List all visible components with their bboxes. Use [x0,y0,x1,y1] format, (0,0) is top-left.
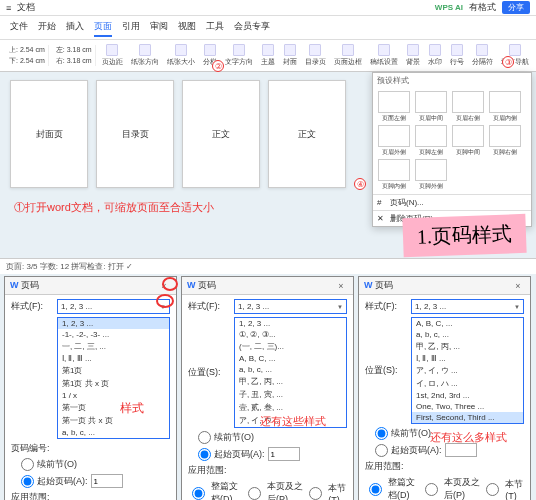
title-bar: ≡ 文档 WPS AI 有格式 分享 [0,0,536,16]
continue-radio[interactable] [198,431,211,444]
lbl-apply: 应用范围: [11,491,53,500]
anno-circle-x [162,277,178,291]
pagenum-dialog-2: W 页码× 样式(F): 1, 2, 3 ...▼ 位置(S): 1, 2, 3… [181,276,354,500]
tutorial-banner: 1.页码样式 [402,214,526,257]
style-footer-inside[interactable]: 页脚内侧 [376,159,411,191]
panel-header: 预设样式 [373,73,531,88]
rb-border[interactable]: 页面边框 [332,43,364,68]
menu-pagenum-more[interactable]: #页码(N)... [373,194,531,210]
rb-theme[interactable]: 主题 [259,43,277,68]
rb-paper[interactable]: 稿纸设置 [368,43,400,68]
anno-label-more1: 还有这些样式 [260,414,326,429]
pagenum-style-panel: 预设样式 页面左侧 页眉中间 页眉右侧 页眉内侧 页眉外侧 页脚左侧 页脚中间 … [372,72,532,227]
rb-margins[interactable]: 页边距 [100,43,125,68]
margin-left[interactable]: 左: 3.18 cm [56,45,92,55]
rb-watermark[interactable]: 水印 [426,43,444,68]
style-footer-outside[interactable]: 页脚外侧 [413,159,448,191]
rb-toc[interactable]: 目录页 [303,43,328,68]
tab-strip: 文件 开始 插入 页面 引用 审阅 视图 工具 会员专享 [0,16,536,40]
rb-size[interactable]: 纸张大小 [165,43,197,68]
startat-radio[interactable] [21,475,34,488]
share-button[interactable]: 分享 [502,1,530,14]
margin-bot[interactable]: 下: 2.54 cm [9,56,45,66]
rb-orientation[interactable]: 纸张方向 [129,43,161,68]
tab-start[interactable]: 开始 [38,18,56,37]
startat-radio[interactable] [375,444,388,457]
continue-radio[interactable] [21,458,34,471]
style-dropdown[interactable]: 1, 2, 3 ... ①, ②, ③... (一, 二, 三)... A, B… [234,317,347,428]
anno-circle-1 [156,294,174,308]
format-indicator[interactable]: 有格式 [469,1,496,14]
style-header-inside[interactable]: 页眉内侧 [487,91,522,123]
app-icon: ≡ [6,3,11,13]
pagenum-dialog-1: W 页码× 样式(F): 1, 2, 3 ...▼ 1, 2, 3 ... -1… [4,276,177,500]
continue-radio[interactable] [375,427,388,440]
style-footer-right[interactable]: 页脚右侧 [487,125,522,157]
tab-reference[interactable]: 引用 [122,18,140,37]
rb-lineno[interactable]: 行号 [448,43,466,68]
pagenum-dialog-3: W 页码× 样式(F): 1, 2, 3 ...▼ 位置(S): A, B, C… [358,276,531,500]
startat-input[interactable] [91,474,123,488]
style-dropdown[interactable]: A, B, C, ... a, b, c, ... 甲, 乙, 丙, ... Ⅰ… [411,317,524,424]
marker-4: ④ [354,178,366,190]
style-footer-left[interactable]: 页脚左侧 [413,125,448,157]
doc-name: 文档 [17,1,35,14]
anno-label-style: 样式 [120,400,144,417]
tab-view[interactable]: 视图 [178,18,196,37]
margin-right[interactable]: 右: 3.18 cm [56,56,92,66]
tab-tools[interactable]: 工具 [206,18,224,37]
rb-bg[interactable]: 背景 [404,43,422,68]
page-toc[interactable]: 目录页 [96,80,174,188]
marker-2: ② [212,60,224,72]
close-icon[interactable]: × [334,281,348,291]
ribbon: 上: 2.54 cm 下: 2.54 cm 左: 3.18 cm 右: 3.18… [0,40,536,72]
marker-3: ③ [502,56,514,68]
margin-top[interactable]: 上: 2.54 cm [9,45,45,55]
close-icon[interactable]: × [511,281,525,291]
style-footer-center[interactable]: 页脚中间 [450,125,485,157]
style-select[interactable]: 1, 2, 3 ...▼ [57,299,170,314]
pagenum-icon: # [377,198,387,208]
page-body1[interactable]: 正文 [182,80,260,188]
delete-icon: ✕ [377,214,387,224]
startat-radio[interactable] [198,448,211,461]
style-header-left[interactable]: 页面左侧 [376,91,411,123]
tab-review[interactable]: 审阅 [150,18,168,37]
tab-member[interactable]: 会员专享 [234,18,270,37]
tab-file[interactable]: 文件 [10,18,28,37]
tab-insert[interactable]: 插入 [66,18,84,37]
style-dropdown[interactable]: 1, 2, 3 ... -1-, -2-, -3- ... 一, 二, 三, .… [57,317,170,439]
rb-textdir[interactable]: 文字方向 [223,43,255,68]
anno-label-more2: 还有这么多样式 [430,430,507,445]
tab-page[interactable]: 页面 [94,18,112,37]
style-header-center[interactable]: 页眉中间 [413,91,448,123]
style-header-right[interactable]: 页眉右侧 [450,91,485,123]
rb-break[interactable]: 分隔符 [470,43,495,68]
style-header-outside[interactable]: 页眉外侧 [376,125,411,157]
style-select[interactable]: 1, 2, 3 ...▼ [411,299,524,314]
lbl-numbering: 页码编号: [11,442,53,455]
page-cover[interactable]: 封面页 [10,80,88,188]
rb-cover[interactable]: 封面 [281,43,299,68]
page-body2[interactable]: 正文 [268,80,346,188]
annotation-step1: ①打开word文档，可缩放页面至合适大小 [14,200,214,215]
dlg-title: 页码 [21,280,39,290]
style-select[interactable]: 1, 2, 3 ...▼ [234,299,347,314]
lbl-style: 样式(F): [11,300,53,313]
wps-ai-button[interactable]: WPS AI [435,3,463,12]
